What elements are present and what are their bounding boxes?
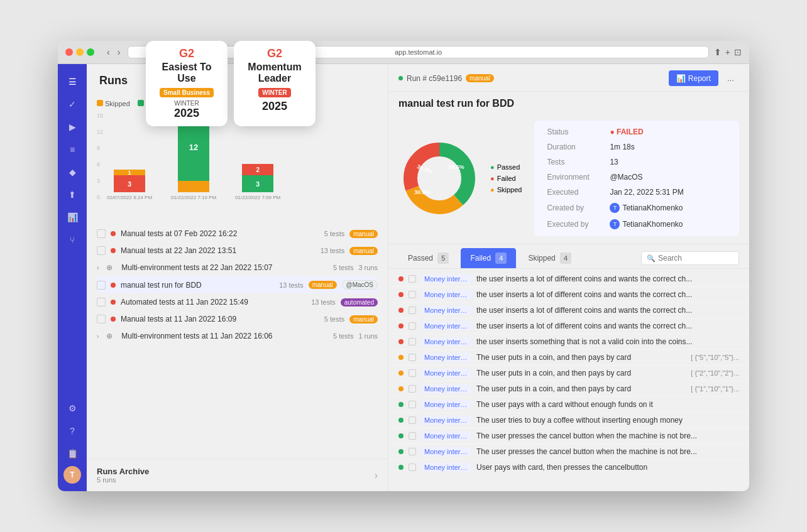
- test-item-8[interactable]: Money interac... The user puts in a coin…: [388, 381, 749, 397]
- test-dot-2: [398, 292, 404, 297]
- test-checkbox-12[interactable]: [409, 448, 416, 455]
- run-name-4: manual test run for BDD: [121, 281, 274, 290]
- test-name-9: The user pays with a card without enough…: [476, 400, 739, 409]
- run-checkbox-6[interactable]: [97, 315, 106, 323]
- runs-archive[interactable]: Runs Archive 5 runs ›: [87, 459, 388, 491]
- executed-name: TetianaKhomenko: [622, 220, 683, 229]
- sidebar-icon-layers[interactable]: ◆: [62, 162, 82, 182]
- tab-skipped[interactable]: Skipped 4: [519, 248, 581, 268]
- test-item-12[interactable]: Money interac... The user presses the ca…: [388, 444, 749, 460]
- test-checkbox-3[interactable]: [409, 307, 416, 314]
- detail-header: Run # c59e1196 manual 📊 Report ...: [388, 64, 749, 92]
- search-input[interactable]: [658, 254, 733, 263]
- test-checkbox-11[interactable]: [409, 432, 416, 440]
- run-count-5: 13 tests: [311, 298, 336, 306]
- test-item-1[interactable]: Money interac... the user inserts a lot …: [388, 271, 749, 287]
- bar-passed-3: 3: [242, 175, 273, 192]
- run-item-2[interactable]: Manual tests at 22 Jan 2022 13:51 13 tes…: [97, 242, 378, 259]
- browser-chrome: ‹ › app.testomat.io ⬆ + ⊡: [58, 41, 749, 64]
- run-item-5[interactable]: Automated tests at 11 Jan 2022 15:49 13 …: [97, 294, 378, 311]
- test-item-9[interactable]: Money interac... The user pays with a ca…: [388, 397, 749, 413]
- run-dot-2: [111, 248, 116, 253]
- test-suite-7: Money interac...: [421, 369, 471, 377]
- test-item-11[interactable]: Money interac... The user presses the ca…: [388, 428, 749, 444]
- svg-text:30.8%: 30.8%: [416, 163, 433, 175]
- report-label: Report: [688, 74, 711, 83]
- test-checkbox-13[interactable]: [409, 464, 416, 471]
- run-checkbox-2[interactable]: [97, 246, 106, 255]
- run-count-4: 13 tests: [279, 281, 304, 289]
- sidebar-icon-chart[interactable]: 📊: [62, 207, 82, 227]
- tab-failed[interactable]: Failed 4: [461, 248, 516, 268]
- traffic-lights: [65, 48, 94, 56]
- two-panel: Runs Skipped Passed Failed 15129630: [87, 64, 749, 491]
- detail-panel: Run # c59e1196 manual 📊 Report ... manua…: [388, 64, 749, 491]
- test-checkbox-7[interactable]: [409, 369, 416, 377]
- test-item-4[interactable]: Money interac... the user inserts a lot …: [388, 318, 749, 334]
- test-item-7[interactable]: Money interac... The user puts in a coin…: [388, 366, 749, 381]
- test-checkbox-10[interactable]: [409, 416, 416, 424]
- run-count-1: 5 tests: [324, 230, 344, 237]
- sidebar-icon-menu[interactable]: ☰: [62, 72, 82, 92]
- stat-key-duration: Duration: [542, 139, 605, 155]
- test-checkbox-1[interactable]: [409, 275, 416, 283]
- test-extra-6: [ {"5","10","5"}...: [691, 354, 739, 361]
- test-checkbox-9[interactable]: [409, 401, 416, 408]
- test-item-2[interactable]: Money interac... the user inserts a lot …: [388, 287, 749, 303]
- report-button[interactable]: 📊 Report: [669, 70, 718, 86]
- report-icon: 📊: [676, 74, 686, 83]
- test-checkbox-5[interactable]: [409, 338, 416, 345]
- test-item-10[interactable]: Money interac... The user tries to buy a…: [388, 413, 749, 428]
- test-item-3[interactable]: Money interac... the user inserts a lot …: [388, 303, 749, 318]
- sidebar-icon-list[interactable]: ≡: [62, 139, 82, 160]
- address-bar[interactable]: app.testomat.io: [128, 46, 708, 58]
- run-checkbox-5[interactable]: [97, 298, 106, 307]
- sidebar-toggle-icon: ⊡: [734, 47, 742, 57]
- test-checkbox-6[interactable]: [409, 354, 416, 361]
- test-checkbox-2[interactable]: [409, 291, 416, 298]
- test-item-13[interactable]: Money interac... User pays with card, th…: [388, 460, 749, 475]
- sidebar-icon-play[interactable]: ▶: [62, 117, 82, 137]
- test-dot-5: [398, 339, 404, 344]
- detail-title: manual test run for BDD: [388, 92, 749, 113]
- run-item-4[interactable]: manual test run for BDD 13 tests manual …: [97, 276, 378, 294]
- more-button[interactable]: ...: [722, 70, 739, 86]
- test-item-6[interactable]: Money interac... The user puts in a coin…: [388, 350, 749, 366]
- test-suite-4: Money interac...: [421, 322, 471, 330]
- run-item-3[interactable]: › ⊕ Multi-environment tests at 22 Jan 20…: [97, 259, 378, 276]
- test-checkbox-4[interactable]: [409, 322, 416, 330]
- sidebar-icon-help[interactable]: ?: [62, 421, 82, 441]
- run-item-1[interactable]: Manual tests at 07 Feb 2022 16:22 5 test…: [97, 225, 378, 242]
- tab-skipped-label: Skipped: [528, 254, 555, 263]
- sidebar-icon-branch[interactable]: ⑂: [62, 230, 82, 250]
- minimize-button[interactable]: [76, 48, 84, 56]
- run-item-6[interactable]: Manual tests at 11 Jan 2022 16:09 5 test…: [97, 311, 378, 328]
- avatar[interactable]: T: [63, 466, 81, 484]
- test-item-5[interactable]: Money interac... the user inserts someth…: [388, 334, 749, 350]
- test-dot-8: [398, 386, 404, 391]
- tab-passed[interactable]: Passed 5: [398, 248, 458, 268]
- run-id: Run # c59e1196 manual: [398, 74, 494, 83]
- close-button[interactable]: [65, 48, 73, 56]
- maximize-button[interactable]: [87, 48, 94, 56]
- run-checkbox-1[interactable]: [97, 229, 106, 238]
- sidebar-icon-settings[interactable]: ⚙: [62, 398, 82, 418]
- sidebar-icon-clipboard[interactable]: 📋: [62, 443, 82, 464]
- test-name-12: The user presses the cancel button when …: [476, 447, 739, 456]
- sidebar-icon-check[interactable]: ✓: [62, 94, 82, 114]
- forward-button[interactable]: ›: [115, 46, 123, 58]
- stat-row-tests: Tests 13: [542, 155, 688, 170]
- run-checkbox-4[interactable]: [97, 281, 106, 290]
- test-suite-10: Money interac...: [421, 416, 471, 425]
- sidebar-icon-import[interactable]: ⬆: [62, 185, 82, 205]
- bars-wrapper: 1 3 02/07/2022 8:24 PM 1 12: [107, 112, 378, 200]
- test-name-1: the user inserts a lot of different coin…: [476, 274, 739, 283]
- back-button[interactable]: ‹: [104, 46, 113, 58]
- expand-icon-3[interactable]: ›: [97, 264, 99, 271]
- tab-passed-label: Passed: [408, 254, 433, 263]
- run-item-7[interactable]: › ⊕ Multi-environment tests at 11 Jan 20…: [97, 328, 378, 345]
- expand-icon-7[interactable]: ›: [97, 333, 99, 340]
- stat-val-env: @MacOS: [605, 170, 688, 185]
- test-checkbox-8[interactable]: [409, 385, 416, 393]
- run-env-4: @MacOS: [342, 280, 378, 290]
